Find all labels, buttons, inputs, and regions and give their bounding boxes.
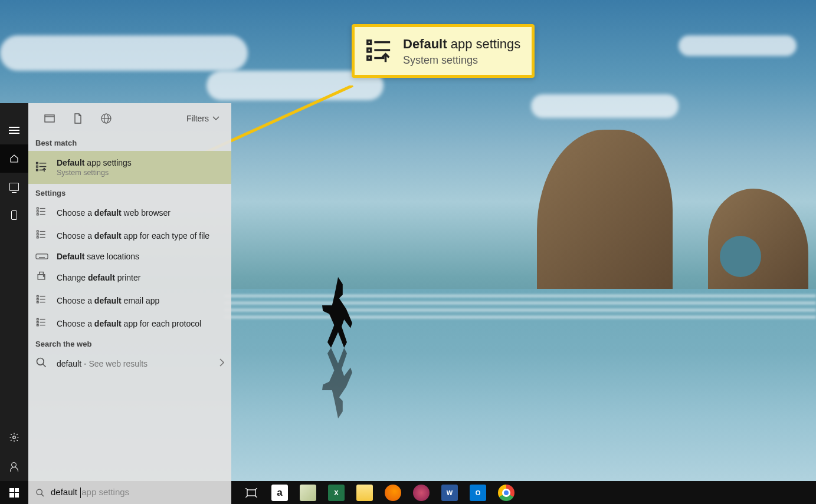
svg-rect-43 (37, 301, 39, 302)
task-view-icon (245, 488, 257, 498)
result-setting-3[interactable]: Change default printer (28, 266, 231, 289)
scope-web-button[interactable] (92, 103, 120, 134)
svg-point-38 (43, 275, 44, 276)
svg-rect-23 (37, 213, 39, 215)
result-setting-4[interactable]: Choose a default email app (28, 289, 231, 312)
svg-line-52 (43, 364, 46, 367)
svg-rect-19 (37, 207, 39, 209)
section-search-web: Search the web (28, 335, 231, 352)
chrome-icon (498, 485, 514, 501)
start-search-panel: Filters Best match Default app settings … (0, 103, 231, 481)
svg-line-59 (255, 496, 257, 498)
user-icon (10, 462, 18, 472)
settings-list-icon (35, 161, 48, 174)
globe-icon (101, 113, 112, 124)
svg-rect-8 (45, 115, 54, 122)
home-icon (9, 154, 19, 163)
rail-account-button[interactable] (0, 453, 28, 481)
result-subtitle: System settings (57, 169, 132, 177)
rail-devices-button[interactable] (0, 201, 28, 229)
task-view-button[interactable] (237, 481, 266, 504)
svg-rect-13 (37, 162, 38, 164)
gear-icon (9, 432, 19, 445)
rail-home-button[interactable] (0, 144, 28, 173)
wave-decoration (224, 295, 816, 318)
result-setting-1[interactable]: Choose a default app for each type of fi… (28, 224, 231, 247)
hamburger-icon (9, 127, 19, 134)
cloud-decoration (531, 94, 679, 118)
cloud-decoration (0, 35, 248, 71)
svg-rect-25 (37, 230, 39, 232)
taskbar-app-firefox[interactable] (379, 481, 407, 504)
result-setting-2[interactable]: Default save locations (28, 247, 231, 266)
result-setting-0[interactable]: Choose a default web browser (28, 201, 231, 224)
settings-list-icon (35, 271, 48, 284)
callout-subtitle: System settings (403, 54, 520, 67)
search-rail (0, 103, 28, 481)
callout-title: Default app settings (403, 37, 520, 52)
results-header: Filters (28, 103, 231, 134)
start-button[interactable] (0, 481, 28, 504)
rock-arch-decoration (720, 236, 761, 277)
rail-apps-button[interactable] (0, 173, 28, 201)
settings-list-icon (35, 252, 48, 261)
taskbar-app-word[interactable]: W (435, 481, 464, 504)
snip-sketch-icon (413, 485, 430, 501)
sticky-notes-icon (300, 485, 316, 501)
result-default-app-settings[interactable]: Default app settings System settings (28, 151, 231, 184)
svg-rect-27 (37, 233, 39, 235)
taskbar-search-box[interactable]: default app settings (28, 481, 231, 504)
svg-rect-39 (37, 295, 39, 297)
settings-list-icon (35, 206, 48, 219)
app-window-icon (44, 114, 55, 123)
scope-all-button[interactable] (35, 103, 64, 134)
svg-line-57 (255, 488, 257, 490)
device-icon (11, 210, 17, 220)
outlook-icon: O (470, 485, 486, 501)
search-results-pane: Filters Best match Default app settings … (28, 103, 231, 481)
taskbar-app-outlook[interactable]: O (464, 481, 492, 504)
result-title: Default save locations (57, 252, 139, 261)
svg-rect-17 (37, 169, 38, 171)
firefox-icon (385, 485, 401, 501)
svg-rect-45 (37, 318, 39, 320)
svg-rect-47 (37, 321, 39, 323)
filters-label: Filters (186, 114, 209, 123)
taskbar-app-sticky-notes[interactable] (294, 481, 322, 504)
taskbar-app-snip-sketch[interactable] (407, 481, 435, 504)
taskbar-app-excel[interactable]: X (322, 481, 350, 504)
svg-rect-55 (247, 490, 255, 496)
file-explorer-icon (356, 485, 373, 501)
svg-rect-49 (37, 324, 39, 326)
filters-button[interactable]: Filters (182, 103, 224, 134)
rail-settings-button[interactable] (0, 424, 28, 453)
result-title: Choose a default app for each protocol (57, 319, 201, 328)
svg-rect-3 (368, 48, 371, 52)
taskbar-app-chrome[interactable] (492, 481, 520, 504)
svg-rect-29 (37, 236, 39, 238)
svg-rect-5 (368, 56, 371, 60)
windows-logo-icon (9, 488, 19, 498)
callout-default-app-settings: Default app settings System settings (352, 24, 535, 78)
result-web-search[interactable]: default - See web results (28, 352, 231, 375)
taskbar-app-file-explorer[interactable] (350, 481, 379, 504)
result-title: Choose a default email app (57, 296, 159, 305)
result-setting-5[interactable]: Choose a default app for each protocol (28, 312, 231, 335)
svg-line-54 (41, 494, 44, 496)
svg-point-51 (37, 358, 44, 365)
svg-rect-21 (37, 210, 39, 212)
svg-rect-31 (36, 254, 48, 259)
scope-documents-button[interactable] (64, 103, 92, 134)
section-best-match: Best match (28, 134, 231, 151)
rail-menu-button[interactable] (0, 116, 28, 144)
settings-list-icon (35, 317, 48, 330)
chevron-down-icon (212, 116, 219, 121)
svg-point-7 (13, 436, 16, 439)
document-icon (74, 113, 82, 124)
svg-rect-41 (37, 298, 39, 300)
monitor-icon (9, 183, 19, 191)
section-settings: Settings (28, 184, 231, 201)
result-title: Choose a default web browser (57, 208, 171, 218)
amazon-icon: a (271, 485, 288, 501)
taskbar-app-amazon[interactable]: a (266, 481, 294, 504)
